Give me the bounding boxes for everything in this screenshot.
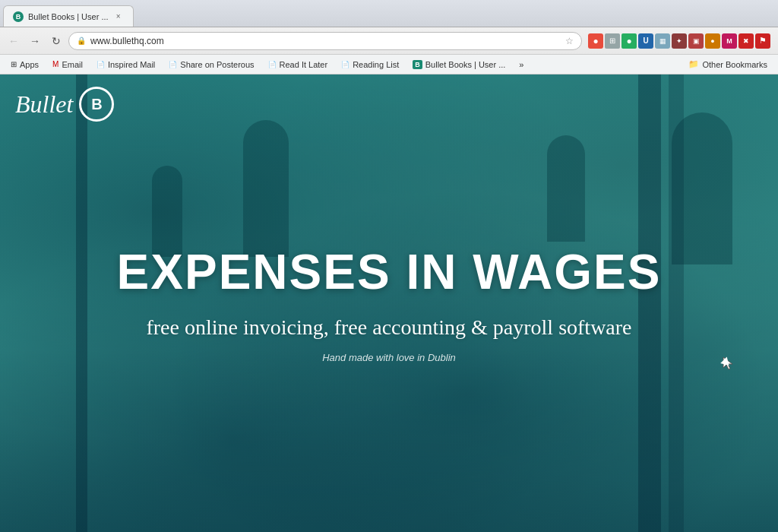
hero-subheadline: free online invoicing, free accounting &… bbox=[117, 315, 662, 340]
browser-frame: B Bullet Books | User ... × ← → ↻ 🔒 www.… bbox=[0, 0, 778, 532]
hero-content: EXPENSES IN WAGES free online invoicing,… bbox=[117, 244, 662, 363]
ext-green-icon[interactable]: ● bbox=[621, 33, 637, 49]
tab-favicon: B bbox=[13, 11, 24, 22]
ext-x-icon[interactable]: ✖ bbox=[738, 33, 754, 49]
bookmark-share[interactable]: 📄 Share on Posterous bbox=[163, 59, 260, 71]
tab-close-button[interactable]: × bbox=[113, 11, 124, 22]
ext-camera-icon[interactable]: ▣ bbox=[688, 33, 704, 49]
reading-list-favicon-icon: 📄 bbox=[341, 61, 349, 68]
bookmark-reading-list-label: Reading List bbox=[353, 60, 399, 69]
inspired-mail-favicon-icon: 📄 bbox=[96, 61, 105, 68]
hero-tagline: Hand made with love in Dublin bbox=[117, 352, 662, 363]
other-bookmarks-label: Other Bookmarks bbox=[702, 60, 767, 69]
url-display: www.bullethq.com bbox=[90, 36, 561, 46]
bullet-logo: Bullet B bbox=[15, 87, 114, 122]
tab-title: Bullet Books | User ... bbox=[28, 12, 109, 21]
bookmark-read-it-later[interactable]: 📄 Read It Later bbox=[262, 59, 334, 71]
bookmarks-bar: ⊞ Apps M Email 📄 Inspired Mail 📄 Share o… bbox=[0, 55, 778, 74]
security-icon: 🔒 bbox=[77, 36, 86, 45]
ext-puzzle-icon[interactable]: ✦ bbox=[672, 33, 687, 49]
more-icon: » bbox=[519, 60, 523, 69]
address-bar[interactable]: 🔒 www.bullethq.com ☆ bbox=[68, 32, 582, 50]
bookmark-inspired-mail-label: Inspired Mail bbox=[108, 60, 155, 69]
bookmark-bullet-books[interactable]: B Bullet Books | User ... bbox=[406, 59, 511, 71]
logo-circle-letter: B bbox=[91, 96, 102, 113]
share-favicon-icon: 📄 bbox=[169, 61, 177, 68]
bookmark-share-label: Share on Posterous bbox=[180, 60, 254, 69]
bookmark-email[interactable]: M Email bbox=[46, 59, 89, 71]
bookmark-apps-label: Apps bbox=[20, 60, 39, 69]
apps-grid-icon: ⊞ bbox=[11, 60, 17, 68]
nav-bar: ← → ↻ 🔒 www.bullethq.com ☆ ● ⊞ ● U ▦ ✦ ▣… bbox=[0, 27, 778, 55]
ext-grid-icon[interactable]: ⊞ bbox=[605, 33, 620, 49]
tab-bar: B Bullet Books | User ... × bbox=[0, 0, 778, 27]
other-bookmarks[interactable]: 📁 Other Bookmarks bbox=[682, 58, 773, 71]
bookmark-email-label: Email bbox=[62, 60, 83, 69]
ext-red-icon[interactable]: ● bbox=[588, 33, 603, 49]
bookmark-star-icon[interactable]: ☆ bbox=[565, 36, 574, 46]
folder-icon: 📁 bbox=[688, 59, 699, 69]
hero-headline: EXPENSES IN WAGES bbox=[117, 244, 662, 300]
bullet-books-favicon-icon: B bbox=[413, 60, 422, 69]
bookmark-reading-list[interactable]: 📄 Reading List bbox=[335, 59, 405, 71]
hero-section: Bullet B EXPENSES IN WAGES free online i… bbox=[0, 74, 778, 532]
content-area: Bullet B EXPENSES IN WAGES free online i… bbox=[0, 74, 778, 532]
bookmark-read-later-label: Read It Later bbox=[280, 60, 328, 69]
active-tab[interactable]: B Bullet Books | User ... × bbox=[3, 5, 134, 27]
ext-m-icon[interactable]: M bbox=[722, 33, 737, 49]
ext-flag-icon[interactable]: ⚑ bbox=[755, 33, 770, 49]
reload-button[interactable]: ↻ bbox=[47, 32, 65, 50]
ext-photo-icon[interactable]: ● bbox=[705, 33, 720, 49]
bookmark-apps[interactable]: ⊞ Apps bbox=[5, 59, 45, 71]
back-button[interactable]: ← bbox=[5, 32, 23, 50]
bookmark-bullet-books-label: Bullet Books | User ... bbox=[425, 60, 506, 69]
ext-blue-icon[interactable]: U bbox=[638, 33, 653, 49]
bookmark-inspired-mail[interactable]: 📄 Inspired Mail bbox=[90, 59, 161, 71]
email-favicon-icon: M bbox=[52, 60, 59, 68]
logo-text: Bullet bbox=[15, 90, 73, 119]
forward-button[interactable]: → bbox=[26, 32, 44, 50]
read-later-favicon-icon: 📄 bbox=[268, 61, 277, 68]
extension-icons-area: ● ⊞ ● U ▦ ✦ ▣ ● M ✖ ⚑ bbox=[585, 33, 773, 49]
ext-squares-icon[interactable]: ▦ bbox=[655, 33, 670, 49]
bookmark-more[interactable]: » bbox=[513, 59, 530, 71]
logo-circle: B bbox=[79, 87, 114, 122]
